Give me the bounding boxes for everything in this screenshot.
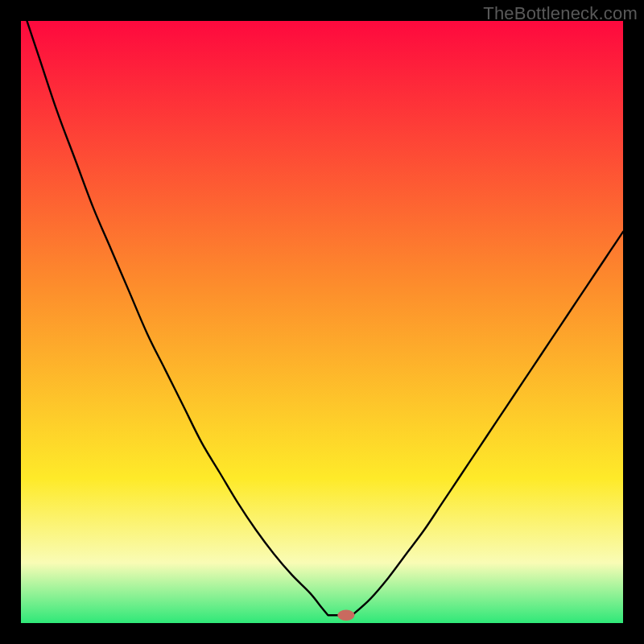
bottleneck-chart	[21, 21, 623, 623]
chart-frame: TheBottleneck.com	[0, 0, 644, 644]
gradient-background	[21, 21, 623, 623]
minimum-marker	[337, 610, 354, 621]
watermark-text: TheBottleneck.com	[483, 3, 638, 24]
plot-area	[21, 21, 623, 623]
